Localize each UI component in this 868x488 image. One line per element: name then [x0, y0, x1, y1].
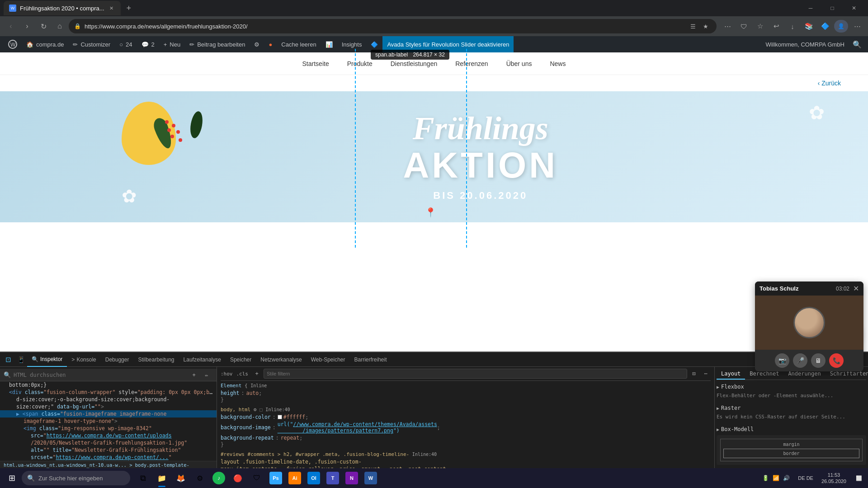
- taskbar-search-bar[interactable]: 🔍 Zur Suche hier eingeben: [22, 471, 130, 485]
- taskbar-app-settings[interactable]: ⚙: [191, 468, 209, 488]
- home-button[interactable]: ⌂: [52, 19, 67, 33]
- wp-cache-item[interactable]: Cache leeren: [277, 36, 321, 52]
- color-swatch-white[interactable]: [278, 415, 282, 419]
- html-line-5[interactable]: ▶ <span class="fusion-imageframe imagefr…: [0, 410, 217, 418]
- minimize-button[interactable]: ─: [800, 1, 821, 15]
- taskbar-app-red[interactable]: 🔴: [229, 468, 247, 488]
- close-button[interactable]: ✕: [844, 1, 864, 15]
- wp-updates-item[interactable]: ○ 24: [115, 36, 137, 52]
- forward-button[interactable]: ›: [20, 19, 34, 33]
- layout-raster-header[interactable]: ▶ Raster: [717, 404, 866, 412]
- browser-ext-btn[interactable]: 🔷: [818, 19, 832, 33]
- styles-add-button[interactable]: +: [252, 369, 262, 379]
- tab-close-button[interactable]: ✕: [108, 5, 115, 12]
- taskbar-app-spotify[interactable]: ♪: [210, 468, 228, 488]
- devtools-tab-speicher[interactable]: Speicher: [226, 352, 256, 367]
- wp-edit-post-item[interactable]: ✏ Beitrag bearbeiten: [185, 36, 250, 52]
- nav-referenzen[interactable]: Referenzen: [455, 60, 488, 67]
- html-edit-button[interactable]: ✏: [200, 369, 213, 381]
- video-end-button[interactable]: 📞: [829, 353, 844, 368]
- wp-customizer-item[interactable]: ✏ Customizer: [68, 36, 115, 52]
- taskbar-app-word[interactable]: W: [362, 468, 380, 488]
- devtools-tab-debugger[interactable]: Debugger: [101, 352, 134, 367]
- nav-news[interactable]: News: [550, 60, 566, 67]
- video-call-close-button[interactable]: ✕: [853, 284, 859, 293]
- html-line-9[interactable]: /2020/05/Newsletter-Grafik-fruehlungsakt…: [0, 439, 217, 446]
- taskbar-clock[interactable]: 11:53 26.05.2020: [818, 472, 850, 485]
- downloads-button[interactable]: ↓: [785, 19, 800, 33]
- taskbar-language[interactable]: DE DE: [795, 475, 816, 481]
- video-call-panel[interactable]: Tobias Schulz 03:02 ✕ 📷 🎤 🖥 📞: [755, 282, 863, 371]
- taskbar-app-onenote[interactable]: N: [343, 468, 361, 488]
- taskbar-app-illustrator[interactable]: Ai: [286, 468, 304, 488]
- start-button[interactable]: ⊞: [2, 468, 22, 488]
- profile-button[interactable]: 👤: [834, 20, 848, 33]
- taskbar-app-outlook[interactable]: Ol: [305, 468, 323, 488]
- layout-boxmodel-header[interactable]: ▶ Box-Modell: [717, 425, 866, 433]
- devtools-tab-webspeicher[interactable]: Web-Speicher: [307, 352, 350, 367]
- devtools-responsive-icon[interactable]: 📱: [14, 353, 27, 366]
- wp-search-button[interactable]: 🔍: [850, 37, 864, 52]
- devtools-tab-inspektor[interactable]: 🔍 Inspektor: [27, 352, 67, 367]
- settings-button[interactable]: ⋯: [850, 19, 864, 33]
- wp-insights-item[interactable]: Insights: [337, 36, 367, 52]
- wp-logo-item[interactable]: W: [4, 36, 22, 52]
- devtools-tab-netzwerk[interactable]: Netzwerkanalyse: [256, 352, 306, 367]
- taskbar-app-photoshop[interactable]: Ps: [267, 468, 285, 488]
- reader-mode-button[interactable]: ☰: [688, 21, 698, 32]
- taskbar-app-shield[interactable]: 🛡: [248, 468, 266, 488]
- zuruck-link[interactable]: ‹ Zurück: [818, 80, 841, 87]
- back-button[interactable]: ‹: [4, 19, 18, 33]
- html-line-7[interactable]: <img class="img-responsive wp-image-8342…: [0, 425, 217, 432]
- html-line-4[interactable]: size:cover;" data-bg-url="">: [0, 403, 217, 410]
- layout-tab-layout[interactable]: Layout: [717, 369, 745, 380]
- nav-ueber-uns[interactable]: Über uns: [506, 60, 532, 67]
- new-tab-button[interactable]: +: [123, 2, 135, 14]
- devtools-tab-barrierefreiheit[interactable]: Barrierfreiheit: [350, 352, 392, 367]
- devtools-tab-konsole[interactable]: > Konsole: [67, 352, 100, 367]
- html-add-node-button[interactable]: +: [188, 369, 200, 381]
- styles-more-button[interactable]: ⋯: [701, 369, 711, 379]
- shield-button[interactable]: 🛡: [736, 19, 751, 33]
- html-line-11[interactable]: srcset="https://www.compra.de/wp-content…: [0, 454, 217, 461]
- devtools-tab-laufzeit[interactable]: Laufzeitanalyse: [179, 352, 226, 367]
- styles-filter-input[interactable]: [264, 369, 687, 379]
- wp-insights-icon-item[interactable]: 📊: [321, 36, 337, 52]
- html-line-6[interactable]: imageframe-1 hover-type-none">: [0, 418, 217, 425]
- refresh-button[interactable]: ↻: [36, 19, 51, 33]
- history-button[interactable]: ↩: [769, 19, 783, 33]
- html-line-1[interactable]: bottom:0px;}: [0, 381, 217, 389]
- maximize-button[interactable]: □: [822, 1, 843, 15]
- wp-comments-item[interactable]: 💬 2: [137, 36, 159, 52]
- devtools-inspect-icon[interactable]: ⊡: [2, 353, 14, 366]
- active-tab[interactable]: W Frühlingsaktion 2020 • compra... ✕: [4, 1, 121, 15]
- nav-dienstleistungen[interactable]: Dienstleistungen: [391, 60, 438, 67]
- video-screen-button[interactable]: 🖥: [811, 353, 826, 368]
- html-search-input[interactable]: [14, 372, 188, 378]
- show-desktop-button[interactable]: ⬜: [852, 471, 866, 485]
- html-line-8[interactable]: src="https://www.compra.de/wp-content/up…: [0, 432, 217, 439]
- video-mic-button[interactable]: 🎤: [793, 353, 807, 368]
- html-line-3[interactable]: d-size:cover;-o-background-size:cover;ba…: [0, 396, 217, 403]
- html-line-10[interactable]: alt="" title="Newsletter-Grafik-Frühling…: [0, 446, 217, 454]
- taskbar-app-teams[interactable]: T: [324, 468, 342, 488]
- favorites-button[interactable]: ☆: [753, 19, 767, 33]
- collections-button[interactable]: 📚: [802, 19, 816, 33]
- bookmark-button[interactable]: ★: [700, 21, 711, 32]
- address-bar[interactable]: 🔒 https://www.compra.de/news/allgemein/f…: [69, 19, 717, 33]
- taskbar-app-file-explorer[interactable]: 📁: [153, 468, 171, 488]
- html-line-2[interactable]: <div class="fusion-column-wrapper" style…: [0, 389, 217, 396]
- nav-startseite[interactable]: Startseite: [302, 60, 329, 67]
- layout-flexbox-header[interactable]: ▶ Flexbox: [717, 383, 866, 391]
- taskbar-app-firefox[interactable]: 🦊: [172, 468, 190, 488]
- taskbar-app-task-view[interactable]: ⧉: [134, 468, 152, 488]
- wp-dot-item[interactable]: ●: [264, 36, 277, 52]
- styles-filter-icon[interactable]: ⊡: [689, 369, 699, 379]
- wp-new-item[interactable]: + Neu: [159, 36, 185, 52]
- devtools-tab-stilbearbeitung[interactable]: Stilbearbeitung: [133, 352, 179, 367]
- extensions-button[interactable]: ⋯: [720, 19, 735, 33]
- wp-wpml-item[interactable]: ⚙: [250, 36, 264, 52]
- wp-site-item[interactable]: 🏠 compra.de: [22, 36, 68, 52]
- nav-produkte[interactable]: Produkte: [347, 60, 373, 67]
- video-mute-button[interactable]: 📷: [775, 353, 789, 368]
